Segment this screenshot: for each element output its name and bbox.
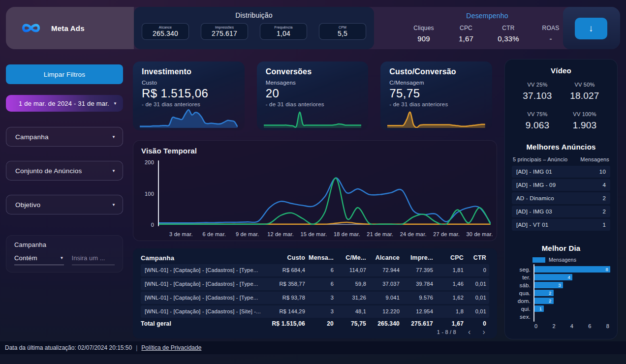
table-header-row: CampanhaCustoMensa...C/Me...AlcanceImpre… bbox=[141, 253, 489, 263]
table-total-cell: Total geral bbox=[141, 320, 267, 327]
y-axis-tick-label: 100 bbox=[133, 191, 154, 197]
table-total-cell: 75,75 bbox=[335, 320, 367, 327]
best-day-bars: seg.8ter.4sáb.3qua.2dom.2qui.1sex. bbox=[512, 265, 610, 321]
x-axis-tick-label: 18 de mar. bbox=[334, 231, 360, 237]
filter-operator-value: Contém bbox=[14, 254, 37, 262]
metric-chip-value: 5,5 bbox=[338, 30, 347, 37]
bar-value-label: 1 bbox=[539, 306, 542, 311]
filter-dropdown[interactable]: Conjunto de Anúncios▼ bbox=[6, 161, 123, 181]
filter-dropdown[interactable]: Objetivo▼ bbox=[6, 195, 123, 214]
temporal-x-axis: 3 de mar.6 de mar.9 de mar.12 de mar.15 … bbox=[159, 231, 491, 238]
footer-separator: | bbox=[136, 344, 137, 351]
download-icon: ↓ bbox=[589, 23, 594, 34]
table-pagination: 1 - 8 / 8 ‹ › bbox=[141, 328, 489, 336]
performance-stat-label: Cliques bbox=[403, 25, 445, 31]
table-cell: 12.220 bbox=[367, 308, 401, 314]
table-cell: 1,81 bbox=[434, 267, 465, 273]
table-cell: 31,26 bbox=[335, 295, 367, 301]
list-item: [AD] - IMG 032 bbox=[512, 206, 610, 217]
chevron-right-icon[interactable]: › bbox=[482, 328, 485, 336]
kpi-metric-label: Custo bbox=[142, 80, 236, 86]
list-item: [AD] - IMG 0110 bbox=[512, 166, 610, 178]
bar-value-label: 4 bbox=[568, 274, 570, 280]
list-item: [AD] - IMG - 094 bbox=[512, 179, 610, 191]
video-stat-label: VV 25% bbox=[528, 82, 548, 88]
y-axis-tick-label: 0 bbox=[133, 222, 154, 228]
bar-category-label: seg. bbox=[512, 267, 531, 273]
performance-stat: Cliques909 bbox=[403, 25, 445, 43]
ad-name: AD - Dinamico bbox=[516, 195, 554, 201]
bar: 8 bbox=[534, 266, 610, 273]
campaign-filter-card: Campanha Contém ▼ bbox=[6, 235, 123, 273]
table-cell: 1,62 bbox=[434, 295, 465, 301]
privacy-policy-link[interactable]: Política de Privacidade bbox=[141, 344, 201, 351]
axis-tick-label: 2 bbox=[552, 323, 555, 329]
table-total-row: Total geralR$ 1.515,062075,75265.340275.… bbox=[141, 319, 489, 329]
kpi-value: R$ 1.515,06 bbox=[142, 87, 236, 100]
filter-value-input[interactable] bbox=[72, 254, 115, 262]
best-day-legend: Mensagens bbox=[512, 257, 610, 263]
filter-dropdown-label: Objetivo bbox=[15, 201, 40, 209]
table-total-cell: 275.617 bbox=[401, 320, 434, 327]
chevron-left-icon[interactable]: ‹ bbox=[468, 328, 471, 336]
performance-stat-label: CTR bbox=[487, 25, 530, 31]
table-cell: [WNL-01] - [Captação] - [Cadastros] - [T… bbox=[141, 295, 267, 301]
bar-category-label: sáb. bbox=[512, 282, 531, 288]
temporal-line-chart bbox=[159, 162, 491, 225]
ad-value: 4 bbox=[602, 182, 606, 188]
table-cell: 3 bbox=[306, 308, 335, 314]
best-ads-col-right: Mensagens bbox=[580, 156, 609, 162]
clear-filters-label: Limpar Filtros bbox=[44, 71, 86, 78]
bar-row: sex. bbox=[512, 313, 610, 320]
table-cell: [WNL-01] - [Captação] - [Cadastros] - [S… bbox=[141, 308, 267, 314]
bar-category-label: qua. bbox=[512, 290, 531, 296]
bar-row: qua.2 bbox=[512, 289, 610, 297]
distribution-panel: Distribuição Alcance265.340Impressões275… bbox=[134, 7, 374, 49]
filter-dropdown[interactable]: Campanha▼ bbox=[6, 127, 123, 147]
metric-chip-value: 265.340 bbox=[153, 30, 178, 37]
video-stat: VV 50%18.027 bbox=[561, 82, 608, 101]
table-row: [WNL-01] - [Captação] - [Cadastros] - [S… bbox=[141, 305, 489, 318]
ad-value: 10 bbox=[599, 169, 606, 175]
bar-category-label: ter. bbox=[512, 274, 531, 280]
x-axis-tick-label: 3 de mar. bbox=[169, 231, 193, 237]
x-axis-tick-label: 15 de mar. bbox=[301, 231, 327, 237]
metric-chip-value: 275.617 bbox=[212, 30, 237, 37]
column-header: C/Me... bbox=[335, 254, 367, 261]
x-axis-tick-label: 24 de mar. bbox=[400, 231, 427, 237]
list-item: AD - Dinamico2 bbox=[512, 192, 610, 204]
date-range-value: 1 de mar. de 2024 - 31 de mar. de 2024 bbox=[19, 100, 109, 107]
kpi-value: 75,75 bbox=[389, 87, 483, 100]
kpi-note: - de 31 dias anteriores bbox=[266, 101, 360, 107]
bar-track: 4 bbox=[534, 274, 610, 280]
ad-name: [AD] - IMG 03 bbox=[516, 209, 552, 214]
table-total-cell: 20 bbox=[306, 320, 335, 327]
bar-value-label: 2 bbox=[549, 298, 551, 303]
sparkline-chart bbox=[264, 108, 362, 128]
bar-track: 2 bbox=[534, 298, 610, 304]
kpi-card: ConversõesMensagens20- de 31 dias anteri… bbox=[257, 61, 369, 130]
legend-label: Mensagens bbox=[549, 257, 576, 263]
table-cell: 1,8 bbox=[434, 308, 465, 314]
filter-operator-select[interactable]: Contém ▼ bbox=[14, 253, 64, 265]
table-cell: 59,8 bbox=[335, 281, 367, 287]
performance-stat-label: CPC bbox=[445, 25, 487, 31]
video-stat-label: VV 100% bbox=[573, 111, 596, 117]
bar-row: seg.8 bbox=[512, 266, 610, 273]
kpi-note: - de 31 dias anteriores bbox=[142, 101, 236, 107]
pagination-label: 1 - 8 / 8 bbox=[437, 329, 456, 335]
video-stat: VV 25%37.103 bbox=[514, 82, 561, 101]
table-cell: 3 bbox=[306, 295, 335, 301]
chevron-down-icon: ▼ bbox=[113, 101, 117, 106]
temporal-chart-panel: Visão Temporal 0100200 3 de mar.6 de mar… bbox=[133, 140, 497, 241]
campaign-filter-title: Campanha bbox=[14, 241, 115, 248]
chevron-down-icon: ▼ bbox=[112, 135, 116, 139]
clear-filters-button[interactable]: Limpar Filtros bbox=[6, 64, 123, 84]
download-button[interactable]: ↓ bbox=[575, 18, 607, 39]
date-range-dropdown[interactable]: 1 de mar. de 2024 - 31 de mar. de 2024 ▼ bbox=[6, 95, 123, 112]
video-stat-value: 18.027 bbox=[570, 91, 599, 101]
column-header: CPC bbox=[434, 254, 465, 261]
table-cell: R$ 358,77 bbox=[267, 281, 306, 287]
table-cell: R$ 684,4 bbox=[267, 267, 306, 273]
filter-dropdown-label: Campanha bbox=[15, 133, 49, 141]
